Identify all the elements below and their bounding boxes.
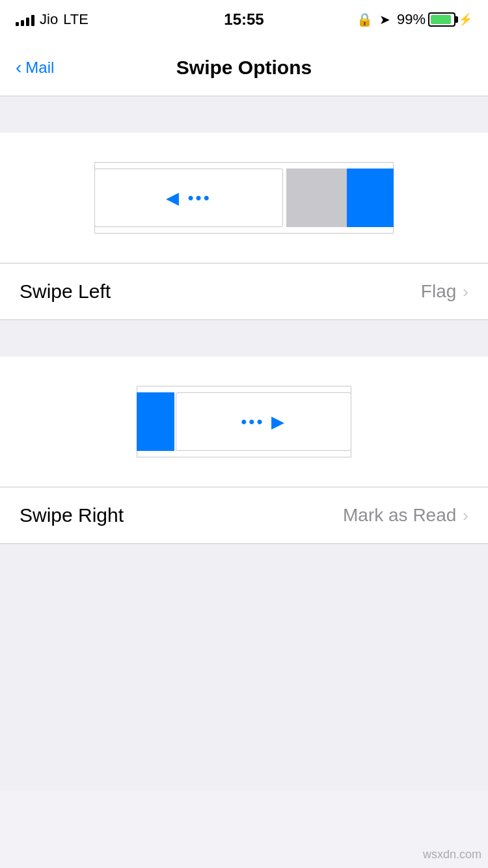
watermark: wsxdn.com: [423, 848, 481, 861]
swipe-left-actions: [286, 169, 394, 227]
swipe-left-arrow-icon: ◀ •••: [166, 188, 211, 208]
grid-line-h-bottom-r: [137, 457, 351, 457]
location-icon: ➤: [379, 12, 390, 27]
signal-bar-3: [26, 18, 29, 26]
blue-action-right: [137, 392, 174, 451]
grid-line-h-top: [94, 162, 394, 163]
battery-icon: [428, 12, 455, 27]
gray-action: [286, 169, 347, 227]
swipe-left-grid: ◀ •••: [94, 162, 394, 234]
grid-line-h-top-r: [137, 386, 351, 387]
status-right: 🔒 ➤ 99% ⚡: [357, 11, 472, 28]
carrier-text: Jio: [40, 11, 58, 28]
status-left: Jio LTE: [16, 11, 88, 28]
swipe-left-label: Swipe Left: [20, 280, 111, 303]
network-text: LTE: [63, 11, 88, 28]
battery-fill: [431, 15, 451, 24]
signal-bar-1: [16, 22, 19, 26]
signal-bar-2: [21, 20, 24, 26]
swipe-right-cell: ••• ▶: [176, 392, 351, 451]
swipe-right-row[interactable]: Swipe Right Mark as Read ›: [0, 487, 488, 544]
swipe-left-chevron-icon: ›: [463, 282, 468, 302]
swipe-right-arrow-icon: ••• ▶: [241, 412, 286, 432]
battery-percent: 99%: [397, 11, 426, 28]
swipe-right-chevron-icon: ›: [463, 506, 468, 526]
swipe-left-value-wrap: Flag ›: [421, 281, 468, 302]
back-button[interactable]: ‹ Mail: [16, 59, 54, 77]
back-label: Mail: [25, 59, 54, 77]
swipe-left-row[interactable]: Swipe Left Flag ›: [0, 263, 488, 320]
bottom-gray-area: [0, 544, 488, 791]
swipe-right-grid: ••• ▶: [137, 386, 351, 457]
swipe-right-value-wrap: Mark as Read ›: [343, 505, 468, 526]
swipe-right-label: Swipe Right: [20, 504, 124, 526]
swipe-left-cell: ◀ •••: [94, 169, 283, 227]
lock-icon: 🔒: [357, 12, 373, 27]
grid-line-h-bottom: [94, 233, 394, 234]
battery-container: 99% ⚡: [397, 11, 472, 28]
signal-bar-4: [31, 15, 34, 26]
swipe-right-demo-area: ••• ▶: [0, 357, 488, 487]
page-title: Swipe Options: [176, 57, 312, 79]
nav-bar: ‹ Mail Swipe Options: [0, 39, 488, 96]
swipe-left-value: Flag: [421, 281, 456, 302]
back-chevron-icon: ‹: [16, 59, 21, 77]
swipe-left-demo: ◀ •••: [0, 133, 488, 263]
top-section-separator: [0, 96, 488, 133]
swipe-left-demo-area: ◀ •••: [0, 133, 488, 263]
swipe-right-demo: ••• ▶: [0, 357, 488, 487]
status-bar: Jio LTE 15:55 🔒 ➤ 99% ⚡: [0, 0, 488, 39]
signal-bars: [16, 13, 34, 26]
battery-bolt-icon: ⚡: [458, 12, 472, 27]
status-time: 15:55: [224, 10, 264, 29]
swipe-right-value: Mark as Read: [343, 505, 456, 526]
middle-section-separator: [0, 320, 488, 357]
blue-action: [347, 169, 394, 227]
